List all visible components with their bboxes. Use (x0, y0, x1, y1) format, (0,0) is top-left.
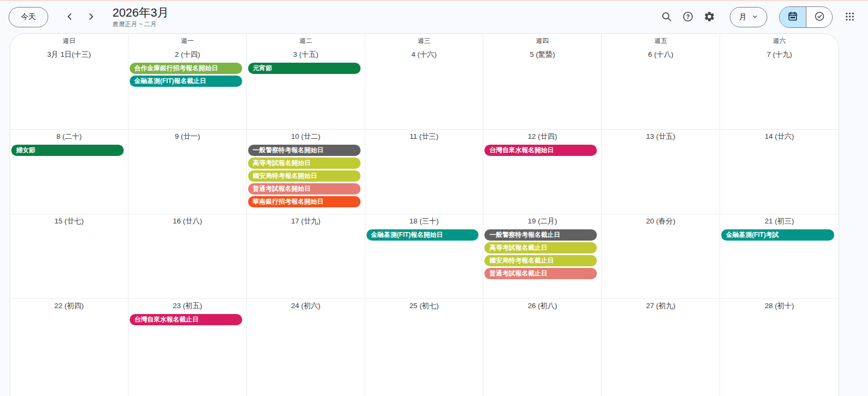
search-icon (661, 11, 672, 24)
date-label[interactable]: 17 (廿九) (247, 217, 365, 226)
calendar-icon (787, 11, 798, 24)
date-label[interactable]: 24 (初六) (247, 302, 365, 310)
date-label[interactable]: 6 (十八) (602, 50, 720, 59)
date-label[interactable]: 13 (廿五) (602, 132, 720, 141)
calendar-cell[interactable]: 12 (廿四)台灣自來水報名開始日 (483, 129, 602, 214)
calendar-cell[interactable]: 21 (初三)金融基測(FIT)考試 (720, 214, 839, 298)
date-label[interactable]: 14 (廿六) (720, 132, 839, 141)
date-label[interactable]: 22 (初四) (10, 302, 128, 310)
event-chip[interactable]: 普通考試報名開始日 (248, 183, 361, 195)
event-chip[interactable]: 台灣自來水報名截止日 (130, 314, 242, 325)
event-chip[interactable]: 金融基測(FIT)報名開始日 (366, 229, 479, 241)
event-chip[interactable]: 金融基測(FIT)考試 (721, 229, 834, 241)
calendar-cell[interactable]: 18 (三十)金融基測(FIT)報名開始日 (365, 214, 484, 298)
event-chip[interactable]: 華南銀行招考報名開始日 (248, 196, 361, 207)
calendar-view-toggle[interactable] (780, 7, 806, 27)
date-label[interactable]: 26 (初八) (483, 302, 601, 310)
google-apps-button[interactable] (840, 8, 859, 27)
weekday-header: 週二 (247, 34, 365, 48)
prev-month-button[interactable] (60, 8, 79, 27)
date-label[interactable]: 3 (十五) (247, 50, 365, 59)
calendar-cell[interactable]: 13 (廿五) (602, 129, 720, 214)
svg-text:?: ? (686, 13, 690, 19)
date-label[interactable]: 3月 1日(十三) (10, 50, 128, 59)
calendar-cell[interactable]: 22 (初四) (10, 298, 129, 396)
event-chip[interactable]: 普通考試報名截止日 (484, 268, 597, 279)
calendar-tasks-toggle (779, 6, 833, 28)
calendar-cell[interactable]: 26 (初八) (483, 298, 602, 396)
date-label[interactable]: 28 (初十) (720, 302, 839, 310)
weekday-header: 週日 (10, 34, 129, 48)
help-button[interactable]: ? (678, 8, 698, 27)
weekday-header: 週五 (602, 34, 720, 48)
date-label[interactable]: 23 (初五) (129, 302, 246, 310)
settings-button[interactable] (700, 8, 719, 27)
event-chip[interactable]: 國安局特考報名截止日 (484, 255, 597, 266)
calendar-cell[interactable]: 14 (廿六) (720, 129, 839, 214)
app-header: 今天 2026年3月 農曆正月 ~ 二月 ? (0, 1, 868, 33)
calendar-cell[interactable]: 7 (十九) (720, 48, 839, 129)
date-label[interactable]: 18 (三十) (365, 217, 483, 226)
date-label[interactable]: 25 (初七) (365, 302, 483, 310)
calendar-cell[interactable]: 4 (十六) (365, 48, 484, 129)
calendar-cell[interactable]: 6 (十八) (602, 48, 720, 129)
date-label[interactable]: 4 (十六) (365, 50, 483, 59)
calendar-cell[interactable]: 24 (初六) (247, 298, 365, 396)
calendar-cell[interactable]: 8 (二十)婦女節 (10, 129, 129, 214)
chevron-down-icon (752, 13, 758, 21)
calendar-cell[interactable]: 9 (廿一) (129, 129, 247, 214)
date-label[interactable]: 2 (十四) (129, 50, 246, 59)
event-chip[interactable]: 台灣自來水報名開始日 (484, 145, 597, 156)
date-label[interactable]: 7 (十九) (720, 50, 839, 59)
date-label[interactable]: 9 (廿一) (129, 132, 246, 141)
calendar-cell[interactable]: 20 (春分) (602, 214, 720, 298)
date-label[interactable]: 12 (廿四) (483, 132, 601, 141)
view-selector-label: 月 (739, 12, 746, 22)
calendar-cell[interactable]: 3月 1日(十三) (10, 48, 129, 129)
calendar-cell[interactable]: 27 (初九) (602, 298, 720, 396)
calendar-cell[interactable]: 28 (初十) (720, 298, 839, 396)
date-label[interactable]: 15 (廿七) (10, 217, 128, 226)
view-selector-dropdown[interactable]: 月 (730, 7, 767, 27)
event-chip[interactable]: 合作金庫銀行招考報名開始日 (130, 63, 242, 74)
month-grid: 週日週一週二週三週四週五週六3月 1日(十三)2 (十四)合作金庫銀行招考報名開… (10, 33, 839, 396)
calendar-cell[interactable]: 3 (十五)元宵節 (247, 48, 365, 129)
event-chip[interactable]: 婦女節 (11, 145, 124, 156)
event-chip[interactable]: 元宵節 (248, 63, 361, 74)
date-label[interactable]: 5 (驚蟄) (483, 50, 601, 59)
title-block: 2026年3月 農曆正月 ~ 二月 (113, 6, 169, 28)
event-chip[interactable]: 一般警察特考報名截止日 (484, 229, 597, 241)
today-button[interactable]: 今天 (9, 7, 48, 27)
check-circle-icon (814, 11, 825, 24)
event-chip[interactable]: 高等考試報名開始日 (248, 158, 361, 169)
calendar-cell[interactable]: 23 (初五)台灣自來水報名截止日 (129, 298, 247, 396)
date-label[interactable]: 11 (廿三) (365, 132, 483, 141)
event-chip[interactable]: 國安局特考報名開始日 (248, 170, 361, 182)
event-chip[interactable]: 一般警察特考報名開始日 (248, 145, 361, 156)
date-label[interactable]: 19 (二月) (483, 217, 601, 226)
calendar-cell[interactable]: 19 (二月)一般警察特考報名截止日高等考試報名截止日國安局特考報名截止日普通考… (483, 214, 602, 298)
calendar-cell[interactable]: 15 (廿七) (10, 214, 129, 298)
weekday-header: 週一 (129, 34, 247, 48)
calendar-cell[interactable]: 10 (廿二)一般警察特考報名開始日高等考試報名開始日國安局特考報名開始日普通考… (247, 129, 365, 214)
date-label[interactable]: 16 (廿八) (129, 217, 246, 226)
tasks-view-toggle[interactable] (806, 7, 832, 27)
calendar-cell[interactable]: 16 (廿八) (129, 214, 247, 298)
date-label[interactable]: 27 (初九) (602, 302, 720, 310)
help-icon: ? (682, 11, 694, 24)
calendar-cell[interactable]: 2 (十四)合作金庫銀行招考報名開始日金融基測(FIT)報名截止日 (129, 48, 247, 129)
event-chip[interactable]: 金融基測(FIT)報名截止日 (130, 76, 242, 87)
event-chip[interactable]: 高等考試報名截止日 (484, 242, 597, 253)
gear-icon (704, 11, 715, 24)
date-label[interactable]: 10 (廿二) (247, 132, 365, 141)
date-label[interactable]: 20 (春分) (602, 217, 720, 226)
calendar-cell[interactable]: 5 (驚蟄) (483, 48, 602, 129)
next-month-button[interactable] (81, 8, 101, 27)
calendar-cell[interactable]: 17 (廿九) (247, 214, 365, 298)
date-label[interactable]: 8 (二十) (10, 132, 128, 141)
weekday-header: 週六 (720, 34, 839, 48)
calendar-cell[interactable]: 25 (初七) (365, 298, 484, 396)
calendar-cell[interactable]: 11 (廿三) (365, 129, 484, 214)
search-button[interactable] (657, 8, 676, 27)
date-label[interactable]: 21 (初三) (720, 217, 839, 226)
